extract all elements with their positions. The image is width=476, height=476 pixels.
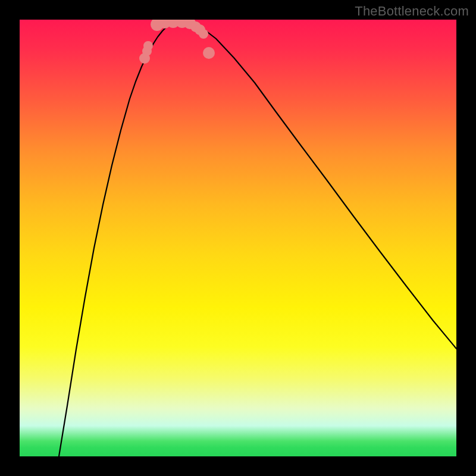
curve-marker-group bbox=[139, 20, 215, 64]
plot-area bbox=[20, 20, 456, 456]
bottleneck-curve bbox=[59, 21, 456, 456]
curve-marker bbox=[143, 41, 153, 51]
curve-svg bbox=[20, 20, 456, 456]
watermark-text: TheBottleneck.com bbox=[355, 4, 469, 19]
curve-marker bbox=[199, 29, 208, 39]
curve-marker bbox=[203, 47, 215, 59]
